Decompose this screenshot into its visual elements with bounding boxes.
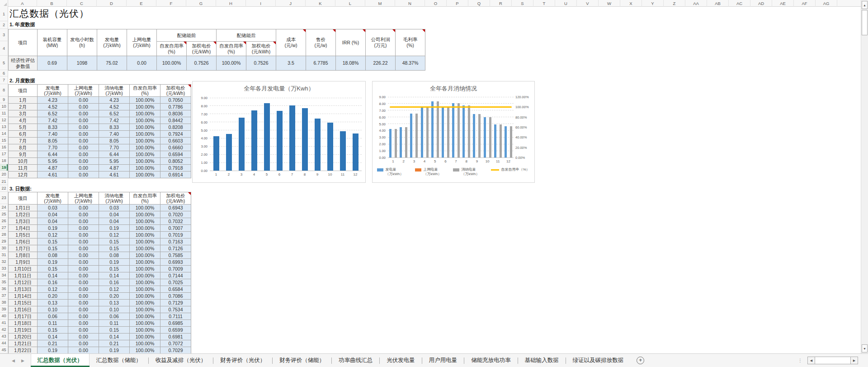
cell[interactable]: 1月7日 xyxy=(9,245,38,252)
cell[interactable]: 0.00 xyxy=(68,272,99,279)
row-header-10[interactable]: 10 xyxy=(0,103,8,110)
row-header-45[interactable]: 45 xyxy=(0,347,8,353)
cell[interactable]: 0.19 xyxy=(38,347,68,354)
cell[interactable]: 0.7025 xyxy=(160,279,191,286)
cell[interactable]: 自发自用率 (%) xyxy=(130,192,160,205)
cell[interactable]: 7.40 xyxy=(99,131,130,138)
row-header-12[interactable]: 12 xyxy=(0,117,8,124)
cell[interactable]: 0.6985 xyxy=(160,320,191,327)
cell[interactable]: 0.00 xyxy=(68,293,99,300)
cell[interactable]: 0.7072 xyxy=(160,340,191,347)
cell-with-comment[interactable]: 加权电价 (元/kWh) xyxy=(246,42,276,56)
row-header-25[interactable]: 25 xyxy=(0,211,8,218)
row-header-20[interactable]: 20 xyxy=(0,171,8,178)
cell[interactable]: 100.00% xyxy=(130,232,160,238)
cell[interactable]: 0.6993 xyxy=(160,259,191,266)
column-header-W[interactable]: W xyxy=(599,0,620,7)
cell[interactable]: 0.7086 xyxy=(160,293,191,300)
cell[interactable]: 0.6660 xyxy=(160,144,191,151)
column-header-Z[interactable]: Z xyxy=(664,0,685,7)
cell-with-comment[interactable]: 成本 (元/w) xyxy=(276,29,306,56)
cell[interactable]: 48.37% xyxy=(396,56,425,71)
cell[interactable]: 0.00 xyxy=(68,225,99,232)
tab-scroll-right-icon[interactable]: ▶ xyxy=(21,358,24,363)
cell[interactable]: 10月 xyxy=(9,158,38,165)
cell[interactable]: 0.11 xyxy=(99,320,130,327)
cell[interactable]: 8.05 xyxy=(38,138,68,144)
row-header-2[interactable]: 2 xyxy=(0,21,8,29)
cell[interactable]: 0.04 xyxy=(38,211,68,218)
cell[interactable]: 100.00% xyxy=(130,165,160,172)
scroll-left-button[interactable]: ◀ xyxy=(808,357,815,364)
column-header-C[interactable]: C xyxy=(67,0,97,7)
cell[interactable]: 0.7126 xyxy=(160,245,191,252)
cell[interactable]: 100.00% xyxy=(130,327,160,334)
cell[interactable]: 0.00 xyxy=(68,97,99,104)
cell[interactable]: 0.19 xyxy=(99,259,130,266)
scroll-right-button[interactable]: ▶ xyxy=(851,357,858,364)
cell[interactable]: 100.00% xyxy=(130,104,160,110)
cell[interactable]: 0.7020 xyxy=(160,211,191,218)
row-header-4[interactable]: 4 xyxy=(0,41,8,56)
cell[interactable]: 0.8208 xyxy=(160,124,191,131)
row-header-11[interactable]: 11 xyxy=(0,110,8,117)
cell[interactable]: 6.44 xyxy=(38,151,68,158)
row-header-37[interactable]: 37 xyxy=(0,292,8,299)
cell[interactable]: 项目 xyxy=(9,192,38,205)
column-header-K[interactable]: K xyxy=(306,0,335,7)
cell[interactable]: 0.00 xyxy=(68,320,99,327)
sheet-tab-3[interactable]: 收益及减排（光伏） xyxy=(149,354,213,367)
column-header-S[interactable]: S xyxy=(512,0,533,7)
row-header-33[interactable]: 33 xyxy=(0,265,8,272)
cell[interactable]: 发电量 (万kWh) xyxy=(38,85,68,97)
cell[interactable]: 0.10 xyxy=(38,306,68,313)
cell-with-comment[interactable]: 加权电价 (元/kWh) xyxy=(160,85,191,97)
column-header-M[interactable]: M xyxy=(365,0,395,7)
cell[interactable]: 0.8442 xyxy=(160,117,191,124)
cell[interactable]: 消纳电量 (万kWh) xyxy=(99,85,130,97)
cell[interactable]: 0.10 xyxy=(99,306,130,313)
cell[interactable]: 发电量 (万kWh) xyxy=(97,29,127,56)
sheet-tab-5[interactable]: 财务评价（储能） xyxy=(273,354,331,367)
column-header-AC[interactable]: AC xyxy=(729,0,750,7)
column-header-R[interactable]: R xyxy=(490,0,512,7)
cell[interactable]: 0.16 xyxy=(38,279,68,286)
sheet-tab-6[interactable]: 功率曲线汇总 xyxy=(332,354,379,367)
row-header-8[interactable]: 8 xyxy=(0,84,8,96)
cell[interactable]: 0.12 xyxy=(99,232,130,238)
cell[interactable]: 100.00% xyxy=(130,279,160,286)
cell[interactable]: 4.87 xyxy=(38,165,68,172)
annual-section-label[interactable]: 1. 年度数据 xyxy=(9,21,35,28)
cell[interactable]: 0.13 xyxy=(38,300,68,306)
cell[interactable]: 1月14日 xyxy=(9,293,38,300)
cell[interactable]: 0.7526 xyxy=(187,56,217,71)
cell[interactable]: 100.00% xyxy=(130,266,160,272)
cell[interactable]: 1月13日 xyxy=(9,286,38,293)
column-header-U[interactable]: U xyxy=(555,0,577,7)
cell[interactable]: 0.00 xyxy=(68,266,99,272)
column-header-AG[interactable]: AG xyxy=(816,0,837,7)
cell[interactable]: 1月5日 xyxy=(9,232,38,238)
column-header-O[interactable]: O xyxy=(425,0,447,7)
column-header-AE[interactable]: AE xyxy=(772,0,794,7)
cell[interactable]: 0.06 xyxy=(38,313,68,320)
cell[interactable]: 0.00 xyxy=(127,56,157,71)
cell[interactable]: 9月 xyxy=(9,151,38,158)
cell[interactable]: 自发自用率 (%) xyxy=(130,85,160,97)
cell[interactable]: 100.00% xyxy=(130,286,160,293)
cell[interactable]: 0.7918 xyxy=(160,165,191,172)
cell-with-comment[interactable]: 加权电价 (元/kWh) xyxy=(160,192,191,205)
cell[interactable]: 0.7007 xyxy=(160,225,191,232)
cell[interactable]: 8.33 xyxy=(99,124,130,131)
row-header-34[interactable]: 34 xyxy=(0,272,8,279)
cell[interactable]: 0.19 xyxy=(99,347,130,354)
vertical-scrollbar-thumb[interactable] xyxy=(862,10,868,35)
cell-with-comment[interactable]: IRR (%) xyxy=(336,29,366,56)
cell[interactable]: 装机容量 (MW) xyxy=(38,29,67,56)
select-all-corner[interactable] xyxy=(0,0,8,7)
cell[interactable]: 100.00% xyxy=(130,320,160,327)
cell[interactable]: 0.7019 xyxy=(160,232,191,238)
row-header-31[interactable]: 31 xyxy=(0,252,8,258)
row-header-24[interactable]: 24 xyxy=(0,204,8,211)
cell[interactable]: 0.00 xyxy=(68,138,99,144)
